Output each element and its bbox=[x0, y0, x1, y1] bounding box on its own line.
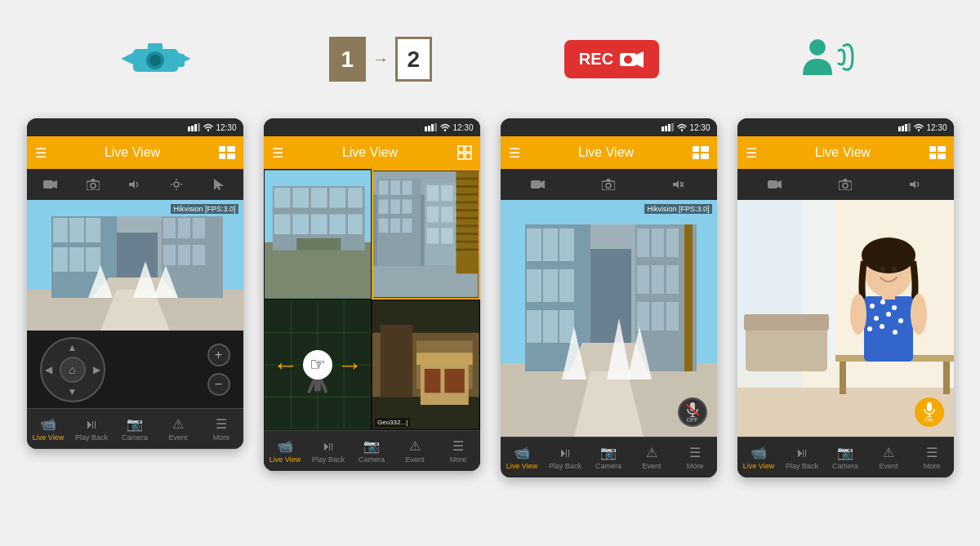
mic-on-button[interactable]: ON bbox=[915, 397, 944, 427]
phone2-quad-cell-2[interactable] bbox=[372, 169, 480, 300]
svg-rect-47 bbox=[193, 245, 205, 265]
mic-on-text: ON bbox=[924, 417, 933, 423]
svg-rect-35 bbox=[69, 218, 84, 242]
svg-rect-180 bbox=[929, 146, 936, 152]
phone1-nav-live-view[interactable]: 📹 Live View bbox=[27, 416, 70, 442]
phone2-quad-cell-4[interactable]: Geo332...[ bbox=[372, 300, 480, 430]
phone3-audio-icon[interactable] bbox=[667, 173, 690, 196]
phone3-nav-more[interactable]: ☰ More bbox=[674, 445, 717, 470]
phone2-quad-cell-3[interactable]: ← ☞ → bbox=[264, 300, 372, 430]
svg-rect-132 bbox=[701, 146, 709, 152]
phone2-nav-event[interactable]: ⚠ Event bbox=[394, 438, 437, 464]
ptz-left-arrow[interactable]: ◀ bbox=[45, 364, 52, 375]
phone4-grid-icon[interactable] bbox=[929, 146, 946, 159]
svg-rect-18 bbox=[227, 153, 235, 159]
phone3-nav-event[interactable]: ⚠ Event bbox=[630, 445, 674, 470]
svg-point-213 bbox=[880, 267, 885, 272]
phone2-hamburger-icon[interactable]: ☰ bbox=[272, 145, 283, 161]
ptz-home-button[interactable]: ⌂ bbox=[60, 357, 86, 383]
phone2-nav-live-view[interactable]: 📹 Live View bbox=[264, 438, 307, 464]
phone4-snapshot-icon[interactable] bbox=[834, 173, 857, 196]
svg-rect-91 bbox=[427, 206, 439, 222]
phone3-hamburger-icon[interactable]: ☰ bbox=[509, 145, 520, 161]
phone1-audio-icon[interactable] bbox=[123, 173, 146, 196]
phone3-header[interactable]: ☰ Live View bbox=[501, 136, 717, 169]
svg-point-209 bbox=[893, 330, 898, 335]
svg-rect-65 bbox=[292, 188, 309, 208]
hamburger-icon[interactable]: ☰ bbox=[35, 145, 47, 161]
phone1-nav-camera[interactable]: 📷 Camera bbox=[114, 416, 157, 442]
svg-rect-176 bbox=[898, 127, 901, 131]
phone3-nav-play-back[interactable]: ⏯ Play Back bbox=[544, 446, 587, 470]
phone3-nav-live-view[interactable]: 📹 Live View bbox=[501, 445, 544, 470]
svg-rect-178 bbox=[905, 124, 907, 131]
phone3-nav-more-label: More bbox=[687, 462, 704, 470]
mic-off-button[interactable]: OFF bbox=[678, 397, 707, 427]
phone3-snapshot-icon[interactable] bbox=[597, 173, 620, 196]
phone4-nav-live-view[interactable]: 📹 Live View bbox=[737, 445, 781, 470]
phone2-nav-camera[interactable]: 📷 Camera bbox=[350, 438, 394, 464]
svg-rect-94 bbox=[427, 228, 439, 243]
phone3-grid-icon[interactable] bbox=[693, 146, 709, 159]
phone4-nav-more-label: More bbox=[924, 462, 941, 470]
svg-rect-16 bbox=[227, 146, 235, 152]
phone1-nav-event-label: Event bbox=[168, 433, 187, 442]
svg-rect-21 bbox=[87, 181, 100, 190]
svg-point-138 bbox=[606, 184, 611, 189]
phone-1: 12:30 ☰ Live View bbox=[27, 118, 243, 449]
phone1-nav-more[interactable]: ☰ More bbox=[200, 416, 243, 442]
phone1-header[interactable]: ☰ Live View bbox=[27, 136, 243, 169]
svg-rect-57 bbox=[458, 146, 464, 152]
svg-point-9 bbox=[624, 55, 632, 64]
phone1-nav-event[interactable]: ⚠ Event bbox=[157, 416, 200, 442]
phone1-video-icon[interactable] bbox=[39, 173, 62, 196]
svg-rect-72 bbox=[329, 214, 345, 234]
phone2-quad-feed: ← ☞ → Geo332.. bbox=[264, 169, 480, 430]
phone2-cell4-label: Geo332...[ bbox=[375, 418, 410, 427]
zoom-in-button[interactable]: + bbox=[207, 344, 230, 366]
number-from: 1 bbox=[329, 37, 366, 82]
phone4-header[interactable]: ☰ Live View bbox=[737, 136, 954, 169]
phone4-nav-more[interactable]: ☰ More bbox=[911, 445, 954, 470]
phone1-camera-feed: Hikvision [FPS:3.0] bbox=[27, 200, 243, 331]
phone3-time: 12:30 bbox=[689, 123, 710, 132]
ptz-ring[interactable]: ▲ ▼ ◀ ▶ ⌂ bbox=[40, 337, 105, 402]
svg-point-199 bbox=[862, 237, 915, 273]
phone2-nav-more[interactable]: ☰ More bbox=[437, 438, 480, 464]
phone4-toolbar bbox=[737, 169, 954, 200]
phone1-nav-playback-label: Play Back bbox=[75, 433, 108, 442]
phone4-nav-playback-label: Play Back bbox=[786, 462, 818, 470]
phone1-ptz-controls[interactable]: ▲ ▼ ◀ ▶ ⌂ + − bbox=[27, 331, 243, 408]
phone2-nav-play-back[interactable]: ⏯ Play Back bbox=[307, 439, 350, 464]
phone4-audio-icon[interactable] bbox=[904, 173, 927, 196]
phone1-brightness-icon[interactable] bbox=[165, 173, 188, 196]
phone2-header[interactable]: ☰ Live View bbox=[264, 136, 480, 169]
phone2-quad-cell-1[interactable] bbox=[264, 169, 372, 300]
phone4-hamburger-icon[interactable]: ☰ bbox=[746, 145, 757, 161]
svg-rect-164 bbox=[652, 302, 664, 331]
phone3-video-icon[interactable] bbox=[527, 173, 550, 196]
zoom-out-button[interactable]: − bbox=[207, 373, 230, 396]
phone4-nav-camera[interactable]: 📷 Camera bbox=[824, 445, 867, 470]
zoom-controls[interactable]: + − bbox=[207, 344, 230, 396]
grid-icon[interactable] bbox=[219, 146, 235, 159]
phone4-nav-event[interactable]: ⚠ Event bbox=[867, 445, 911, 470]
phone2-header-icon[interactable] bbox=[457, 145, 472, 160]
phone2-status-bar: 12:30 bbox=[264, 118, 480, 136]
number-change-icon-container: 1 → 2 bbox=[329, 37, 432, 82]
ptz-down-arrow[interactable]: ▼ bbox=[68, 386, 78, 397]
phone3-nav-camera[interactable]: 📷 Camera bbox=[587, 445, 630, 470]
phone1-snapshot-icon[interactable] bbox=[82, 173, 105, 196]
rec-button-icon-container: REC bbox=[564, 40, 659, 78]
rec-camera-svg bbox=[620, 51, 644, 69]
svg-point-211 bbox=[911, 294, 927, 335]
ptz-up-arrow[interactable]: ▲ bbox=[68, 342, 78, 353]
svg-point-203 bbox=[892, 305, 897, 310]
phone1-cursor-icon[interactable] bbox=[207, 173, 230, 196]
phone1-bottom-nav: 📹 Live View ⏯ Play Back 📷 Camera ⚠ Event… bbox=[27, 408, 243, 449]
phone4-nav-play-back[interactable]: ⏯ Play Back bbox=[781, 446, 824, 470]
phone1-nav-play-back[interactable]: ⏯ Play Back bbox=[70, 417, 114, 442]
event-nav-icon: ⚠ bbox=[172, 416, 184, 432]
phone4-video-icon[interactable] bbox=[764, 173, 786, 196]
ptz-right-arrow[interactable]: ▶ bbox=[93, 364, 100, 375]
